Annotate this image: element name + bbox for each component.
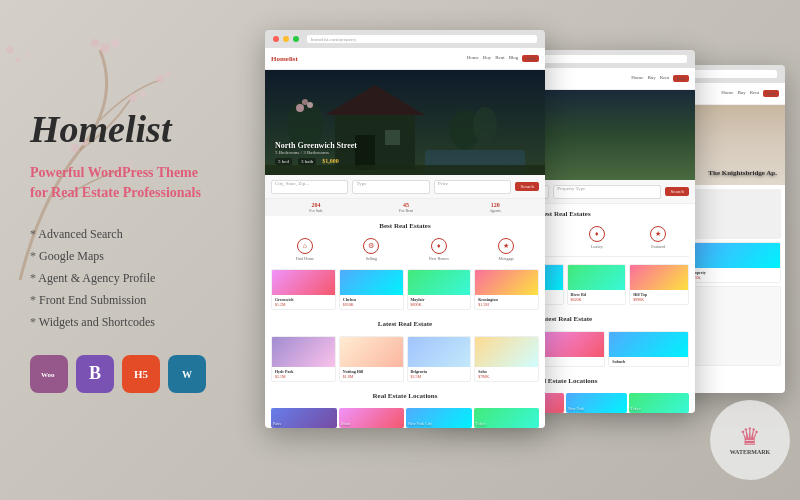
back-hero-overlay: The Knightsbridge Ap. [708, 169, 777, 177]
main-feature-4: ★ Mortgage [498, 238, 514, 261]
back-nav-btn: List [763, 90, 779, 97]
main-nav-btn: Add [522, 55, 539, 62]
feature-advanced-search: Advanced Search [30, 223, 225, 245]
stat-agents: 120 Agents [489, 202, 500, 213]
svg-text:Woo: Woo [41, 371, 55, 379]
minimize-dot-main [283, 36, 289, 42]
svg-rect-30 [265, 165, 545, 175]
mid-card-3: River Rd $620K [567, 264, 627, 305]
badge-html5: H5 [122, 355, 160, 393]
close-dot-main [273, 36, 279, 42]
mid-nav-btn: List [673, 75, 689, 82]
main-loc-2: Dubai [339, 408, 405, 428]
back-card-2: Property $350k [687, 242, 782, 283]
svg-point-28 [302, 99, 308, 105]
feature-agent-profile: Agent & Agency Profile [30, 267, 225, 289]
badge-wordpress: W [168, 355, 206, 393]
feature-widgets: Widgets and Shortcodes [30, 311, 225, 333]
main-site-content: Homelist Home Buy Rent Blog Add [265, 48, 545, 428]
main-search-type[interactable]: Type [352, 180, 429, 194]
main-latest-2: Notting Hill $1.8M [339, 336, 404, 382]
brand-subtitle: Powerful WordPress Theme for Real Estate… [30, 163, 225, 202]
svg-rect-22 [385, 130, 400, 145]
main-latest-title: Latest Real Estate [265, 314, 545, 332]
main-features-row: ⌂ Find Home ⚙ Selling ♦ New Homes ★ Mort… [265, 234, 545, 265]
main-latest-4: Soho $780K [474, 336, 539, 382]
address-bar-main: homelist.com/property [307, 35, 537, 43]
main-loc-3: New York City [406, 408, 472, 428]
main-nav: Home Buy Rent Blog Add [467, 55, 539, 62]
html5-icon: H5 [134, 368, 148, 380]
main-latest-1: Hyde Park $2.1M [271, 336, 336, 382]
main-search-button[interactable]: Search [515, 182, 539, 191]
main-cards: Greenwich $1.2M Chelsea $950K [265, 265, 545, 314]
svg-text:W: W [182, 369, 192, 380]
back-card-img-2 [688, 243, 781, 268]
loc-tokyo: Tokyo [629, 393, 690, 413]
svg-rect-21 [355, 135, 375, 170]
main-feature-1: ⌂ Find Home [296, 238, 314, 261]
watermark-text: WATERMARK [730, 449, 771, 455]
stat-for-sale: 204 For Sale [309, 202, 322, 213]
main-loc-1: Paris [271, 408, 337, 428]
features-list: Advanced Search Google Maps Agent & Agen… [30, 223, 225, 333]
feature-google-maps: Google Maps [30, 245, 225, 267]
mid-search-button[interactable]: Search [665, 187, 689, 196]
main-loc-4: Tokyo [474, 408, 540, 428]
stat-for-rent: 45 For Rent [399, 202, 413, 213]
badge-bootstrap: B [76, 355, 114, 393]
main-card-4: Kensington $1.5M [474, 269, 539, 310]
left-panel: Homelist Powerful WordPress Theme for Re… [0, 77, 245, 422]
back-card-info-2: Property $350k [688, 268, 781, 282]
main-feature-2: ⚙ Selling [363, 238, 379, 261]
svg-point-25 [473, 107, 497, 143]
screenshot-main: homelist.com/property Homelist Home Buy … [265, 30, 545, 428]
main-stats-row: 204 For Sale 45 For Rent 120 Agents [265, 199, 545, 216]
main-feature-3: ♦ New Homes [429, 238, 449, 261]
loc-nyc: New York [566, 393, 627, 413]
mid-feature-3: ♦ Luxury [589, 226, 605, 249]
main-search-bar: City, State, Zip... Type Price Search [265, 175, 545, 199]
main-latest-cards: Hyde Park $2.1M Notting Hill $1.8M [265, 332, 545, 386]
svg-point-26 [296, 104, 304, 112]
browser-bar-main: homelist.com/property [265, 30, 545, 48]
maximize-dot-main [293, 36, 299, 42]
main-section-title: Best Real Estates [265, 216, 545, 234]
back-hero-title: The Knightsbridge Ap. [708, 169, 777, 177]
brand-title: Homelist [30, 107, 225, 151]
main-hero-overlay: North Greenwich Street 5 Bedrooms / 3 Ba… [275, 141, 357, 165]
mid-latest-card-3: Suburb [608, 331, 689, 367]
main-card-2: Chelsea $950K [339, 269, 404, 310]
main-logo: Homelist [271, 55, 298, 63]
badge-woocommerce: Woo [30, 355, 68, 393]
main-hero-stats: 5 bed 3 bath $1,000 [275, 158, 357, 165]
watermark-badge: ♛ WATERMARK [710, 400, 790, 480]
crown-icon: ♛ [739, 425, 761, 449]
tech-badges: Woo B H5 W [30, 355, 225, 393]
svg-point-27 [307, 102, 313, 108]
main-hero: North Greenwich Street 5 Bedrooms / 3 Ba… [265, 70, 545, 175]
main-locations: Paris Dubai New York City Tokyo London R… [265, 404, 545, 428]
main-card-3: Mayfair $800K [407, 269, 472, 310]
main-latest-3: Belgravia $3.5M [407, 336, 472, 382]
main-content: Homelist Powerful WordPress Theme for Re… [0, 0, 800, 500]
feature-front-end-submission: Front End Submission [30, 289, 225, 311]
mid-card-4: Hill Top $990K [629, 264, 689, 305]
back-nav: Home Buy Rent List [721, 90, 779, 97]
mid-feature-4: ★ Featured [650, 226, 666, 249]
right-panel: homelist.com Homelist Home Buy Rent List… [245, 10, 800, 490]
bootstrap-icon: B [89, 363, 101, 384]
main-locations-title: Real Estate Locations [265, 386, 545, 404]
main-site-header: Homelist Home Buy Rent Blog Add [265, 48, 545, 70]
mid-search-type[interactable]: Property Type [553, 185, 661, 199]
main-search-input[interactable]: City, State, Zip... [271, 180, 348, 194]
main-card-1: Greenwich $1.2M [271, 269, 336, 310]
main-locations-grid: Paris Dubai New York City Tokyo London R… [271, 408, 539, 428]
watermark: ♛ WATERMARK [710, 400, 790, 480]
main-search-price[interactable]: Price [434, 180, 511, 194]
main-hero-title: North Greenwich Street [275, 141, 357, 150]
mid-nav: Home Buy Rent List [631, 75, 689, 82]
